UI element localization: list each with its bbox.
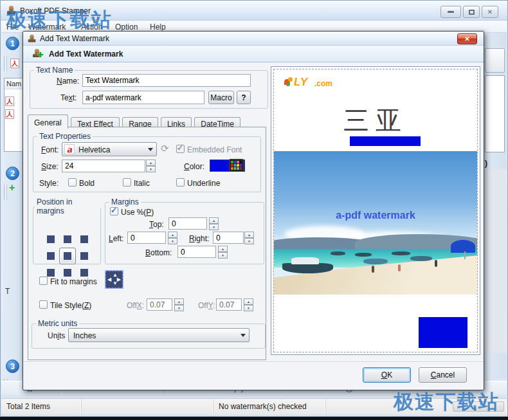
spin-down-button[interactable]: ▼ <box>168 238 177 244</box>
boat <box>363 259 388 264</box>
left-label: Left: <box>109 234 123 243</box>
name-column-header[interactable]: Nam <box>5 78 23 89</box>
offx-label: OffX: <box>127 301 144 310</box>
help-button[interactable]: ? <box>237 91 251 104</box>
pdf-file-icon: 人 <box>10 59 19 68</box>
position-legend: Position in margins <box>35 197 100 215</box>
position-grid <box>42 231 93 281</box>
position-cell-middle-left[interactable] <box>42 248 59 264</box>
position-cell-top-center[interactable] <box>59 231 76 248</box>
ok-button[interactable]: OK <box>363 367 411 383</box>
spin-down-button[interactable]: ▼ <box>244 238 254 244</box>
position-cell-middle-right[interactable] <box>76 248 93 264</box>
boat <box>331 251 345 255</box>
watermark-text-input[interactable] <box>82 91 204 104</box>
spin-up-button[interactable]: ▲ <box>244 298 253 305</box>
preview-panel: LY .com 三亚 <box>271 66 480 355</box>
color-palette-button[interactable] <box>229 159 244 172</box>
toolbar-grip <box>4 56 6 71</box>
margin-right-input[interactable] <box>213 232 244 244</box>
text-name-legend: Text Name <box>34 66 75 75</box>
size-input[interactable] <box>62 160 145 172</box>
spin-up-button[interactable]: ▲ <box>174 298 184 305</box>
step-3-badge: 3 <box>6 360 19 373</box>
size-spinner[interactable]: ▲▼ <box>146 160 156 172</box>
fit-to-margins-checkbox[interactable] <box>39 277 48 285</box>
blue-bar <box>350 136 421 146</box>
tile-style-label: Tile Style(Z) <box>50 301 91 310</box>
margin-right-spinner[interactable]: ▲▼ <box>244 232 254 244</box>
dialog-close-button[interactable]: ✕ <box>457 33 477 44</box>
boat <box>355 253 371 257</box>
spin-up-button[interactable]: ▲ <box>168 232 177 238</box>
dialog-header: ✚ Add Text Watermark <box>23 46 484 62</box>
margin-bottom-input[interactable] <box>177 246 216 258</box>
bold-checkbox[interactable] <box>68 178 77 187</box>
spin-down-button[interactable]: ▼ <box>244 305 253 311</box>
use-percent-checkbox[interactable]: ✓ <box>110 207 118 215</box>
move-position-icon[interactable]: ▲ ▼ ◀ ▶ <box>105 271 123 288</box>
button-fragment[interactable] <box>485 48 505 73</box>
offx-input[interactable] <box>147 298 172 311</box>
margin-left-spinner[interactable]: ▲▼ <box>168 232 177 244</box>
status-panel-empty <box>82 399 213 414</box>
refresh-fonts-icon[interactable]: ⟳ <box>161 143 169 154</box>
maximize-button[interactable] <box>463 6 480 18</box>
minimize-button[interactable] <box>440 6 461 18</box>
text-properties-legend: Text Properties <box>37 132 93 141</box>
close-window-button[interactable]: ✕ <box>482 6 498 18</box>
person <box>398 264 401 271</box>
big-boat <box>282 263 333 273</box>
italic-label: Italic <box>134 179 150 188</box>
cancel-button[interactable]: Cancel <box>419 367 467 383</box>
offy-label: OffY: <box>198 301 215 310</box>
macro-button[interactable]: Macro <box>208 91 234 104</box>
tile-style-checkbox[interactable] <box>39 300 48 309</box>
position-cell-center-selected[interactable] <box>59 248 76 264</box>
embedded-font-checkbox[interactable]: ✓ <box>176 145 185 153</box>
text-fragment: T <box>5 287 10 296</box>
margin-left-input[interactable] <box>127 232 166 244</box>
pdf-file-icon: 人 <box>5 109 14 119</box>
dialog-header-title: Add Text Watermark <box>49 50 123 59</box>
font-name: Helvetica <box>78 145 110 154</box>
spin-down-button[interactable]: ▼ <box>146 166 156 172</box>
underline-checkbox[interactable] <box>176 178 185 187</box>
spin-down-button[interactable]: ▼ <box>174 305 184 311</box>
preview-page[interactable]: LY .com 三亚 <box>273 69 478 352</box>
add-text-watermark-dialog: Add Text Watermark ✕ ✚ Add Text Watermar… <box>23 31 484 390</box>
menu-help[interactable]: Help <box>150 23 166 32</box>
spin-up-button[interactable]: ▲ <box>218 246 228 252</box>
position-cell-top-right[interactable] <box>76 231 93 248</box>
logo-flower-icon <box>288 77 293 82</box>
color-label: Color: <box>184 162 204 171</box>
font-dropdown[interactable]: a Helvetica <box>62 142 157 156</box>
dialog-titlebar[interactable]: Add Text Watermark ✕ <box>23 32 484 46</box>
name-input[interactable] <box>82 74 251 87</box>
margin-top-input[interactable] <box>168 217 207 230</box>
status-total-items: Total 2 Items <box>1 399 82 414</box>
offy-input[interactable] <box>216 298 242 311</box>
spin-up-button[interactable]: ▲ <box>146 160 156 166</box>
right-panel-fragment: ) <box>484 33 507 379</box>
file-list-fragment[interactable]: Nam 人 人 <box>4 78 23 152</box>
spin-down-button[interactable]: ▼ <box>209 224 219 230</box>
spin-down-button[interactable]: ▼ <box>218 252 228 259</box>
units-dropdown[interactable]: Inches <box>68 328 249 342</box>
offx-spinner[interactable]: ▲▼ <box>174 298 184 311</box>
menu-option[interactable]: Option <box>115 23 138 32</box>
offy-spinner[interactable]: ▲▼ <box>244 298 253 311</box>
beach-photo: a-pdf watermark <box>274 151 477 295</box>
minimize-icon <box>448 11 454 13</box>
tab-general[interactable]: General <box>28 114 68 129</box>
margin-bottom-spinner[interactable]: ▲▼ <box>218 246 228 258</box>
underline-label: Underline <box>187 179 220 188</box>
units-label: Units <box>48 331 65 340</box>
position-cell-top-left[interactable] <box>42 231 59 248</box>
spin-up-button[interactable]: ▲ <box>209 217 219 224</box>
add-watermark-plus-icon[interactable]: + <box>9 182 15 194</box>
italic-checkbox[interactable] <box>123 178 131 187</box>
chevron-down-icon <box>240 334 246 337</box>
spin-up-button[interactable]: ▲ <box>244 232 254 238</box>
margin-top-spinner[interactable]: ▲▼ <box>209 217 219 230</box>
